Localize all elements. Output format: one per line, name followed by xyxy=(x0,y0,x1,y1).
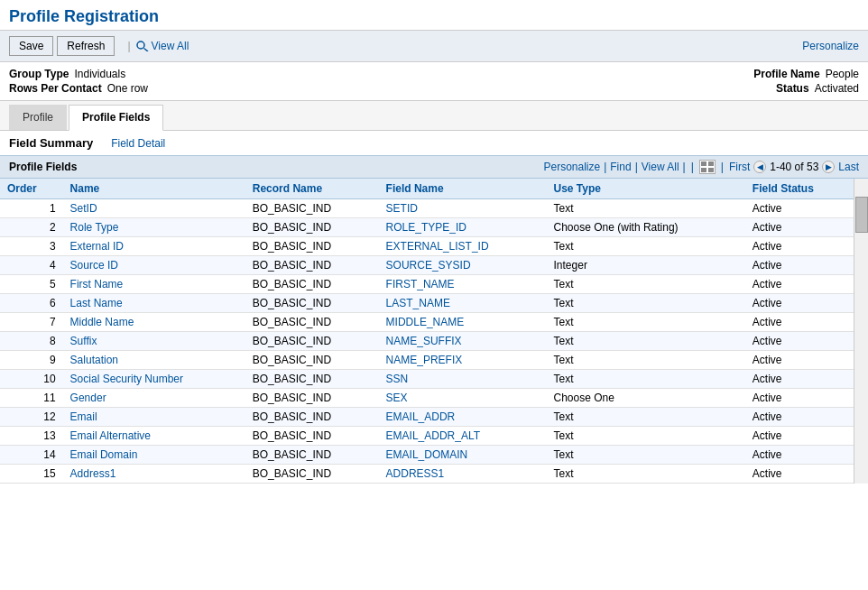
field-name-link[interactable]: EXTERNAL_LIST_ID xyxy=(386,240,489,253)
profile-name-value: People xyxy=(826,68,859,80)
scrollbar-thumb[interactable] xyxy=(855,197,868,233)
cell-order: 13 xyxy=(0,427,63,446)
cell-record-name: BO_BASIC_IND xyxy=(245,427,379,446)
rows-per-contact-label: Rows Per Contact xyxy=(9,82,102,95)
cell-name: Social Security Number xyxy=(63,370,245,389)
cell-use-type: Text xyxy=(547,294,745,313)
name-link[interactable]: Middle Name xyxy=(70,316,134,328)
cell-use-type: Text xyxy=(547,408,745,427)
cell-field-name: ROLE_TYPE_ID xyxy=(379,218,547,237)
col-order: Order xyxy=(0,179,63,199)
cell-order: 6 xyxy=(0,294,63,313)
field-name-link[interactable]: EMAIL_ADDR xyxy=(386,410,456,423)
cell-record-name: BO_BASIC_IND xyxy=(245,256,379,275)
field-name-link[interactable]: MIDDLE_NAME xyxy=(386,316,465,328)
name-link[interactable]: External ID xyxy=(70,240,124,253)
profile-name-row: Profile Name People xyxy=(434,68,859,80)
name-link[interactable]: Suffix xyxy=(70,335,97,347)
cell-use-type: Choose One (with Rating) xyxy=(547,218,745,237)
grid-view-icon[interactable] xyxy=(699,160,716,174)
field-name-link[interactable]: ADDRESS1 xyxy=(386,467,445,480)
cell-field-status: Active xyxy=(745,427,854,446)
svg-rect-3 xyxy=(708,161,714,166)
cell-field-name: SETID xyxy=(379,199,547,218)
cell-field-name: EMAIL_DOMAIN xyxy=(379,446,547,465)
personalize-link[interactable]: Personalize xyxy=(802,40,859,52)
cell-name: Source ID xyxy=(63,256,245,275)
pagination-text: 1-40 of 53 xyxy=(770,161,818,173)
field-name-link[interactable]: SOURCE_SYSID xyxy=(386,259,471,272)
name-link[interactable]: Gender xyxy=(70,392,106,404)
table-wrapper: Order Name Record Name Field Name Use Ty… xyxy=(0,179,854,484)
field-name-link[interactable]: NAME_PREFIX xyxy=(386,354,463,366)
cell-field-name: MIDDLE_NAME xyxy=(379,313,547,332)
tab-profile[interactable]: Profile xyxy=(9,105,67,130)
next-page-button[interactable]: ▶ xyxy=(822,161,835,173)
table-row: 2Role TypeBO_BASIC_INDROLE_TYPE_IDChoose… xyxy=(0,218,854,237)
cell-field-name: NAME_SUFFIX xyxy=(379,332,547,351)
cell-field-status: Active xyxy=(745,446,854,465)
cell-record-name: BO_BASIC_IND xyxy=(245,351,379,370)
page-title: Profile Registration xyxy=(0,0,868,31)
field-name-link[interactable]: SETID xyxy=(386,202,418,215)
svg-rect-4 xyxy=(701,168,706,172)
field-summary-title: Field Summary xyxy=(9,136,93,150)
cell-use-type: Text xyxy=(547,465,745,484)
field-name-link[interactable]: NAME_SUFFIX xyxy=(386,335,462,347)
field-name-link[interactable]: LAST_NAME xyxy=(386,297,450,309)
save-button[interactable]: Save xyxy=(9,36,53,56)
view-all-table-link[interactable]: View All xyxy=(642,161,679,173)
last-link[interactable]: Last xyxy=(838,161,859,173)
cell-order: 2 xyxy=(0,218,63,237)
table-row: 15Address1BO_BASIC_INDADDRESS1TextActive xyxy=(0,465,854,484)
first-link[interactable]: First xyxy=(729,161,750,173)
name-link[interactable]: Email xyxy=(70,410,97,423)
field-name-link[interactable]: EMAIL_DOMAIN xyxy=(386,448,468,461)
group-type-row: Group Type Individuals xyxy=(9,68,434,80)
field-name-link[interactable]: EMAIL_ADDR_ALT xyxy=(386,429,480,442)
cell-field-name: SEX xyxy=(379,389,547,408)
name-link[interactable]: Email Domain xyxy=(70,448,138,461)
cell-use-type: Choose One xyxy=(547,389,745,408)
scrollbar[interactable] xyxy=(854,179,868,484)
refresh-button[interactable]: Refresh xyxy=(57,36,115,56)
field-detail-link[interactable]: Field Detail xyxy=(111,137,165,150)
col-record-name: Record Name xyxy=(245,179,379,199)
cell-order: 10 xyxy=(0,370,63,389)
table-header-row: Order Name Record Name Field Name Use Ty… xyxy=(0,179,854,199)
name-link[interactable]: Address1 xyxy=(70,467,116,480)
name-link[interactable]: Social Security Number xyxy=(70,373,183,385)
name-link[interactable]: Last Name xyxy=(70,297,123,309)
name-link[interactable]: Role Type xyxy=(70,221,119,234)
table-row: 3External IDBO_BASIC_INDEXTERNAL_LIST_ID… xyxy=(0,237,854,256)
cell-use-type: Text xyxy=(547,351,745,370)
name-link[interactable]: First Name xyxy=(70,278,124,290)
table-row: 11GenderBO_BASIC_INDSEXChoose OneActive xyxy=(0,389,854,408)
personalize-table-link[interactable]: Personalize xyxy=(543,161,600,173)
group-type-value: Individuals xyxy=(74,68,125,80)
name-link[interactable]: Salutation xyxy=(70,354,118,366)
name-link[interactable]: SetID xyxy=(70,202,97,215)
cell-order: 3 xyxy=(0,237,63,256)
field-name-link[interactable]: SSN xyxy=(386,373,409,385)
cell-order: 8 xyxy=(0,332,63,351)
cell-record-name: BO_BASIC_IND xyxy=(245,237,379,256)
field-name-link[interactable]: SEX xyxy=(386,392,408,404)
field-name-link[interactable]: ROLE_TYPE_ID xyxy=(386,221,466,234)
tab-profile-fields[interactable]: Profile Fields xyxy=(69,105,163,131)
name-link[interactable]: Source ID xyxy=(70,259,118,272)
field-name-link[interactable]: FIRST_NAME xyxy=(386,278,455,290)
cell-name: Address1 xyxy=(63,465,245,484)
cell-record-name: BO_BASIC_IND xyxy=(245,389,379,408)
table-row: 14Email DomainBO_BASIC_INDEMAIL_DOMAINTe… xyxy=(0,446,854,465)
cell-order: 14 xyxy=(0,446,63,465)
cell-order: 7 xyxy=(0,313,63,332)
cell-field-status: Active xyxy=(745,370,854,389)
cell-order: 4 xyxy=(0,256,63,275)
name-link[interactable]: Email Alternative xyxy=(70,429,151,442)
table-row: 12EmailBO_BASIC_INDEMAIL_ADDRTextActive xyxy=(0,408,854,427)
cell-name: Email xyxy=(63,408,245,427)
prev-page-button[interactable]: ◀ xyxy=(753,161,766,173)
find-link[interactable]: Find xyxy=(610,161,631,173)
view-all-link[interactable]: View All xyxy=(136,40,189,52)
